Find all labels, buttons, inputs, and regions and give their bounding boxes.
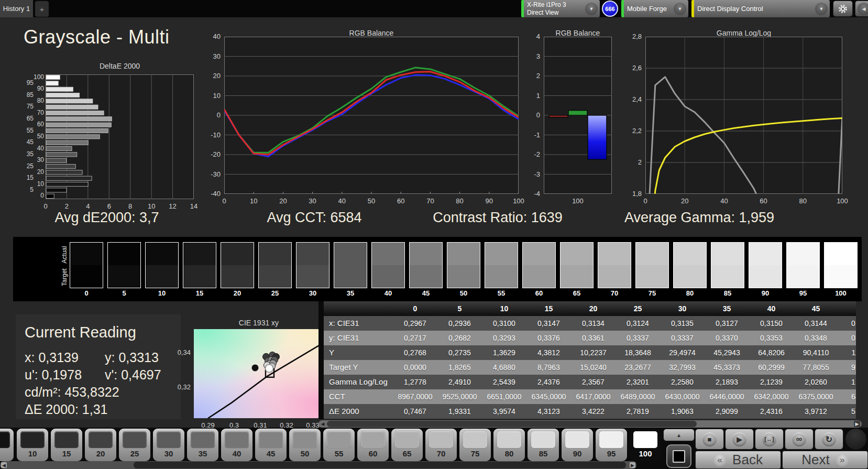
expand-patch-panel-button[interactable]: ▲ [663,429,695,441]
patch-button-10[interactable]: 10 [17,429,48,461]
patch-button-55[interactable]: 55 [323,429,355,461]
table-header-50: 50 [838,301,856,316]
table-scrollbar[interactable]: ◀ ▶ [318,420,862,428]
strip-actual-35 [334,243,367,265]
strip-swatch-95 [786,242,820,288]
patch-button-15[interactable]: 15 [51,429,82,461]
patch-button-100[interactable]: 100 [630,429,661,461]
scroll-right-icon[interactable]: ▶ [854,421,860,427]
patch-button-25[interactable]: 25 [119,429,150,461]
patch-button-5[interactable]: 5 [0,429,14,461]
play-button[interactable]: ▶ [725,429,754,450]
collapse-toolbar-button[interactable]: ◀ [855,1,868,17]
table-row: x: CIE310,29670,29360,31000,31470,31340,… [324,316,856,331]
table-row: Y0,27680,27351,36294,381210,223718,36482… [324,345,856,360]
table-cell: 0,3124 [616,316,660,331]
display-control-label: Direct Display Control [694,5,815,13]
patch-button-65[interactable]: 65 [391,429,423,461]
patch-label: 15 [51,449,82,458]
patch-button-85[interactable]: 85 [528,429,559,461]
patch-button-70[interactable]: 70 [425,429,457,461]
axis-tick-x: 100 [835,197,850,205]
patch-swatch [361,431,385,448]
meter-selector[interactable]: X-Rite i1Pro 3 Direct View ▼ [521,0,600,17]
continuous-read-button[interactable]: ∞ [785,429,814,450]
window-size-button[interactable] [666,444,691,468]
strip-target-60 [523,265,555,288]
deltae-bar-85 [46,93,80,97]
refresh-button[interactable]: ↻ [815,429,843,450]
table-header-40: 40 [749,301,794,316]
table-cell: 0,3134 [571,316,616,331]
patch-button-20[interactable]: 20 [85,429,116,461]
strip-level-label: 85 [711,289,744,297]
table-cell: 0,2936 [437,316,482,331]
axis-tick-y: 1,8 [621,190,642,198]
reading-v: v': 0,4697 [105,367,161,383]
axis-tick-x: 8 [125,202,136,210]
patch-button-45[interactable]: 45 [255,429,287,461]
table-row: ΔE 20000,74671,93313,95744,31233,42222,7… [324,404,856,419]
scroll-right-icon[interactable]: ▶ [630,462,635,468]
chevron-left-icon: ◀ [858,3,868,15]
table-header-25: 25 [616,301,660,316]
back-button[interactable]: « Back [695,451,781,469]
scroll-left-icon[interactable]: ◀ [320,421,325,427]
chevron-down-icon[interactable]: ▼ [585,3,598,15]
source-selector[interactable]: Mobile Forge ▼ [621,0,688,17]
axis-tick-x: 80 [796,197,810,205]
patch-button-90[interactable]: 90 [562,429,593,461]
rgb-line-chart-title: RGB Balance [224,29,519,37]
strip-target-25 [259,265,291,288]
patch-scrollbar-thumb[interactable] [134,462,626,468]
table-row: CCT8967,00009525,00006651,00006345,00006… [324,389,856,404]
display-control-selector[interactable]: Direct Display Control ▼ [691,0,830,17]
strip-target-85 [711,265,744,288]
table-scrollbar-thumb[interactable] [327,421,697,427]
stop-button[interactable]: ■ [695,429,724,450]
patch-swatch [599,431,623,448]
reading-luminance: cd/m²: 453,8322 [25,385,119,400]
table-row-label: CCT [324,389,393,404]
table-cell: 0,3361 [571,331,616,345]
strip-target-5 [108,265,140,288]
rgb-balance-bar-chart: RGB Balance 43210-1-2-3-4100 [503,21,616,210]
axis-tick-y: 2 [503,72,540,80]
strip-level-label: 75 [635,289,669,297]
add-tab-button[interactable]: + [35,1,49,17]
history-tab[interactable]: History 1 [0,0,33,17]
rgb-balance-line-chart: RGB Balance 403020100-10-20-30-400102030… [200,21,523,210]
next-button[interactable]: Next » [782,451,868,469]
chevron-down-icon[interactable]: ▼ [815,3,828,15]
patch-button-80[interactable]: 80 [493,429,525,461]
patch-button-95[interactable]: 95 [596,429,627,461]
patch-button-35[interactable]: 35 [187,429,218,461]
settings-button[interactable] [833,1,853,17]
strip-level-label: 65 [560,289,594,297]
table-cell: 45,3373 [705,360,749,375]
table-header-row: 05101520253035404550 [324,301,856,316]
patch-swatch [157,431,181,448]
read-window-button[interactable]: [↔] [755,429,784,450]
strip-target-40 [372,265,404,288]
patch-button-50[interactable]: 50 [289,429,321,461]
patch-label: 90 [562,449,593,458]
actual-row-label: Actual [59,243,70,266]
patch-button-75[interactable]: 75 [459,429,491,461]
strip-target-35 [334,265,367,288]
chevron-down-icon[interactable]: ▼ [674,3,686,15]
table-cell: 0,3337 [616,331,660,345]
patch-button-60[interactable]: 60 [357,429,389,461]
patch-button-30[interactable]: 30 [153,429,184,461]
patch-swatch [463,431,487,448]
stop-icon: ■ [702,432,717,446]
scroll-left-icon[interactable]: ◀ [1,462,7,468]
patch-swatch [327,431,351,448]
luminance-badge[interactable]: 666 [602,1,618,17]
patch-swatch [293,431,317,448]
table-cell: 15,0240 [571,360,616,375]
strip-actual-55 [485,243,518,265]
patch-scrollbar[interactable]: ◀ ▶ [0,461,636,469]
table-cell: 0,3135 [660,316,705,331]
patch-button-40[interactable]: 40 [221,429,252,461]
